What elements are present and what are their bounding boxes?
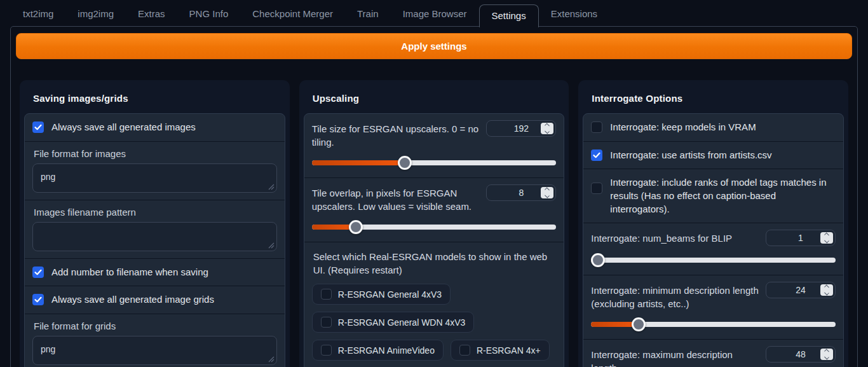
spinner-up-icon[interactable] <box>824 233 829 238</box>
setting-row-images-filename-pattern: Images filename pattern <box>25 200 285 258</box>
setting-row-use-artists-csv: Interrogate: use artists from artists.cs… <box>583 141 843 169</box>
saving-images-grids-section: Saving images/grids Always save all gene… <box>20 80 290 367</box>
option-label: R-ESRGAN General WDN 4xV3 <box>338 317 466 328</box>
field-label: Images filename pattern <box>34 207 276 218</box>
tab-extensions[interactable]: Extensions <box>539 0 609 27</box>
tab-txt2img[interactable]: txt2img <box>11 0 65 27</box>
slider-label: Tile size for ESRGAN upscalers. 0 = no t… <box>312 120 480 149</box>
section-title: Saving images/grids <box>24 85 285 113</box>
num-beams-slider[interactable] <box>591 253 836 267</box>
spinner-up-icon[interactable] <box>545 188 550 193</box>
slider-label: Interrogate: num_beams for BLIP <box>591 230 759 245</box>
realesrgan-model-options: R-ESRGAN General 4xV3 R-ESRGAN General W… <box>312 284 557 367</box>
number-spinner[interactable] <box>820 284 833 296</box>
spinner-up-icon[interactable] <box>545 123 550 128</box>
setting-row-always-save-images: Always save all generated images <box>25 114 285 141</box>
tab-bar: txt2img img2img Extras PNG Info Checkpoi… <box>0 0 868 27</box>
tab-img2img[interactable]: img2img <box>65 0 126 27</box>
section-title: Interrogate Options <box>583 85 844 113</box>
checkmark-icon <box>34 124 42 130</box>
esrgan-tile-overlap-slider[interactable] <box>312 220 557 234</box>
slider-thumb[interactable] <box>349 220 363 234</box>
slider-label: Interrogate: maximum description length <box>591 346 759 367</box>
checkbox-label: Interrogate: keep models in VRAM <box>610 121 756 134</box>
tab-image-browser[interactable]: Image Browser <box>391 0 479 27</box>
always-save-images-checkbox[interactable] <box>32 121 44 133</box>
tab-checkpoint-merger[interactable]: Checkpoint Merger <box>240 0 345 27</box>
number-spinner[interactable] <box>820 349 833 360</box>
esrgan-tile-size-slider[interactable] <box>312 156 557 170</box>
checkbox-group-label: Select which Real-ESRGAN models to show … <box>313 250 555 277</box>
setting-row-file-format-grids: File format for grids png <box>25 314 285 367</box>
option-checkbox[interactable] <box>321 289 332 300</box>
slider-thumb[interactable] <box>632 317 646 331</box>
spinner-up-icon[interactable] <box>824 349 829 354</box>
include-ranks-checkbox[interactable] <box>591 183 602 194</box>
setting-row-always-save-grids: Always save all generated image grids <box>25 286 285 314</box>
setting-row-esrgan-tile-overlap: Tile overlap, in pixels for ESRGAN upsca… <box>304 177 564 242</box>
section-title: Upscaling <box>304 85 565 113</box>
tab-train[interactable]: Train <box>345 0 391 27</box>
keep-models-vram-checkbox[interactable] <box>591 121 602 133</box>
use-artists-csv-checkbox[interactable] <box>591 149 602 161</box>
setting-row-add-number-to-filename: Add number to filename when saving <box>25 258 285 286</box>
setting-row-max-description-length: Interrogate: maximum description length … <box>583 339 843 367</box>
slider-thumb[interactable] <box>398 156 412 170</box>
slider-track[interactable] <box>591 258 836 263</box>
setting-row-include-ranks: Interrogate: include ranks of model tags… <box>583 169 843 223</box>
tab-extras[interactable]: Extras <box>126 0 177 27</box>
number-spinner[interactable] <box>541 123 553 134</box>
option-resrgan-general-4xv3[interactable]: R-ESRGAN General 4xV3 <box>312 284 451 305</box>
file-format-grids-input[interactable]: png <box>32 336 277 365</box>
spinner-down-icon[interactable] <box>824 239 829 244</box>
option-checkbox[interactable] <box>459 345 470 356</box>
setting-row-realesrgan-models: Select which Real-ESRGAN models to show … <box>304 242 564 367</box>
esrgan-tile-size-number-input[interactable]: 192 <box>486 120 556 137</box>
num-beams-number-input[interactable]: 1 <box>766 230 836 246</box>
option-label: R-ESRGAN 4x+ <box>477 345 541 356</box>
number-spinner[interactable] <box>541 187 553 198</box>
number-value: 48 <box>796 349 806 359</box>
option-resrgan-animevideo[interactable]: R-ESRGAN AnimeVideo <box>312 340 444 361</box>
number-value: 24 <box>796 285 806 295</box>
slider-thumb[interactable] <box>591 253 605 267</box>
min-description-length-slider[interactable] <box>591 317 836 331</box>
number-value: 8 <box>519 188 524 198</box>
spinner-down-icon[interactable] <box>545 193 550 198</box>
setting-row-esrgan-tile-size: Tile size for ESRGAN upscalers. 0 = no t… <box>304 114 564 177</box>
checkbox-label: Always save all generated image grids <box>51 293 214 307</box>
max-description-length-number-input[interactable]: 48 <box>766 346 836 363</box>
spinner-up-icon[interactable] <box>824 285 829 290</box>
number-spinner[interactable] <box>820 232 833 244</box>
file-format-images-input[interactable]: png <box>32 163 277 193</box>
spinner-down-icon[interactable] <box>824 355 829 360</box>
option-checkbox[interactable] <box>321 317 332 328</box>
always-save-grids-checkbox[interactable] <box>32 294 44 305</box>
field-label: File format for grids <box>34 321 276 331</box>
slider-label: Tile overlap, in pixels for ESRGAN upsca… <box>312 184 480 213</box>
checkbox-label: Interrogate: use artists from artists.cs… <box>610 149 771 162</box>
min-description-length-number-input[interactable]: 24 <box>766 282 836 298</box>
option-label: R-ESRGAN AnimeVideo <box>338 345 435 356</box>
interrogate-options-section: Interrogate Options Interrogate: keep mo… <box>578 80 848 367</box>
number-value: 192 <box>514 123 529 134</box>
option-label: R-ESRGAN General 4xV3 <box>338 289 442 300</box>
add-number-checkbox[interactable] <box>32 267 44 278</box>
spinner-down-icon[interactable] <box>545 129 550 134</box>
setting-row-min-description-length: Interrogate: minimum description length … <box>583 275 843 339</box>
option-resrgan-4x[interactable]: R-ESRGAN 4x+ <box>451 340 550 361</box>
option-checkbox[interactable] <box>321 345 332 356</box>
esrgan-tile-overlap-number-input[interactable]: 8 <box>486 184 556 201</box>
tab-png-info[interactable]: PNG Info <box>177 0 241 27</box>
tab-settings[interactable]: Settings <box>479 4 539 27</box>
checkmark-icon <box>34 296 42 303</box>
images-filename-pattern-input[interactable] <box>32 222 277 251</box>
checkbox-label: Interrogate: include ranks of model tags… <box>610 176 836 216</box>
checkmark-icon <box>593 152 600 158</box>
setting-row-file-format-images: File format for images png <box>25 141 285 200</box>
spinner-down-icon[interactable] <box>824 291 829 296</box>
slider-fill <box>312 160 405 165</box>
apply-settings-button[interactable]: Apply settings <box>16 33 852 59</box>
option-resrgan-general-wdn-4xv3[interactable]: R-ESRGAN General WDN 4xV3 <box>312 312 475 333</box>
checkmark-icon <box>34 269 42 275</box>
